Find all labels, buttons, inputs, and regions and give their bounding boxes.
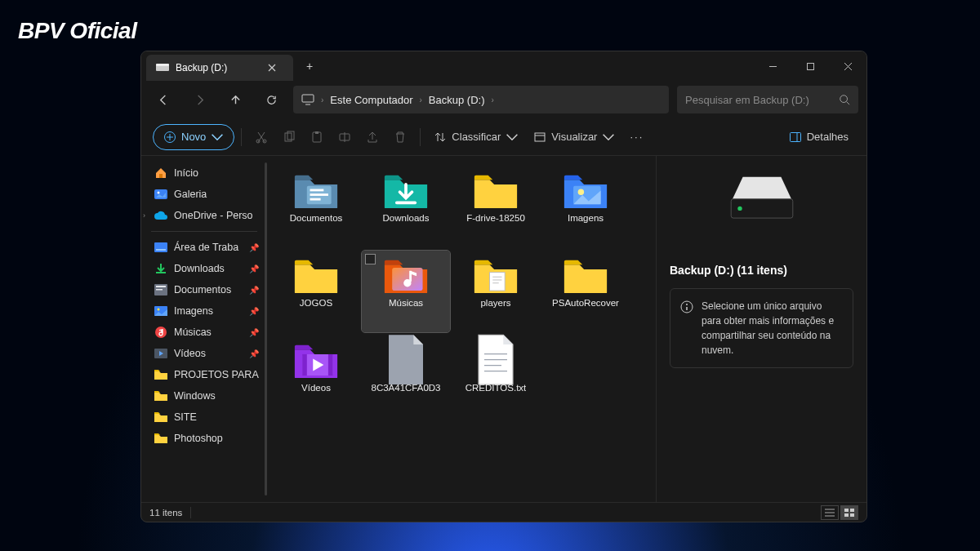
svg-rect-18 — [154, 242, 167, 252]
back-button[interactable] — [149, 86, 177, 113]
sidebar-item-label: SITE — [174, 411, 197, 423]
minimize-button[interactable] — [754, 51, 791, 81]
sidebar-item[interactable]: SITE — [141, 407, 267, 428]
svg-rect-38 — [328, 354, 333, 375]
grid-item[interactable]: F-drive-18250 — [452, 166, 540, 247]
breadcrumb[interactable]: › Este Computador › Backup (D:) › — [293, 86, 669, 113]
up-button[interactable] — [221, 86, 249, 113]
forward-button[interactable] — [185, 86, 213, 113]
sidebar-item[interactable]: Windows — [141, 385, 267, 407]
item-label: Vídeos — [301, 383, 331, 393]
icons-view-button[interactable] — [840, 505, 858, 520]
sidebar-item-icon — [154, 389, 167, 402]
item-icon — [383, 256, 429, 295]
sidebar-home[interactable]: Início — [141, 162, 267, 184]
svg-rect-46 — [850, 513, 854, 517]
sidebar-item[interactable]: Downloads📌 — [141, 258, 267, 279]
cloud-icon — [154, 209, 167, 222]
grid-item[interactable]: players — [452, 251, 540, 332]
svg-rect-15 — [159, 174, 163, 178]
grid-item[interactable]: Vídeos — [272, 335, 360, 417]
delete-button[interactable] — [387, 124, 413, 150]
breadcrumb-current[interactable]: Backup (D:) — [429, 94, 485, 106]
sidebar-item[interactable]: Imagens📌 — [141, 300, 267, 322]
item-label: Músicas — [389, 298, 423, 308]
svg-rect-0 — [156, 65, 169, 71]
sidebar-item-icon — [154, 283, 167, 296]
svg-point-4 — [840, 96, 848, 103]
sidebar-item-label: PROJETOS PARA — [174, 369, 259, 380]
new-label: Novo — [181, 131, 206, 143]
new-tab-button[interactable]: + — [298, 51, 321, 81]
view-button[interactable]: Visualizar — [527, 124, 621, 150]
svg-rect-13 — [535, 133, 545, 141]
grid-item[interactable]: 8C3A41CFA0D3 — [362, 335, 450, 417]
sidebar-item-icon — [154, 347, 167, 360]
tab-close-button[interactable] — [261, 64, 283, 72]
details-button[interactable]: Detalhes — [782, 124, 855, 150]
item-icon — [293, 340, 339, 380]
sidebar-item[interactable]: PROJETOS PARA — [141, 364, 267, 385]
info-icon — [680, 300, 693, 313]
new-button[interactable]: Novo — [153, 124, 234, 150]
grid-item[interactable]: PSAutoRecover — [541, 251, 630, 332]
sidebar-item[interactable]: Vídeos📌 — [141, 343, 267, 364]
sidebar-item[interactable]: Photoshop — [141, 428, 267, 449]
sidebar-item-icon — [154, 304, 167, 318]
sidebar-item-icon — [154, 411, 167, 424]
sidebar-item-label: Imagens — [174, 305, 213, 317]
grid-item[interactable]: Músicas — [362, 251, 450, 332]
maximize-button[interactable] — [791, 51, 829, 81]
file-grid: Documentos Downloads F-drive-18250 Image… — [267, 156, 656, 502]
details-label: Detalhes — [807, 131, 849, 143]
details-info-box: Selecione um único arquivo para obter ma… — [670, 288, 853, 368]
share-button[interactable] — [359, 124, 385, 150]
more-button[interactable]: ··· — [623, 124, 650, 150]
item-icon — [473, 256, 519, 295]
item-label: players — [480, 298, 510, 308]
copy-button[interactable] — [276, 124, 302, 150]
sort-button[interactable]: Classificar — [427, 124, 525, 150]
window-controls — [754, 51, 866, 81]
item-label: PSAutoRecover — [552, 298, 619, 308]
drive-icon — [156, 61, 169, 74]
separator — [190, 507, 191, 518]
details-title: Backup (D:) (11 itens) — [670, 264, 787, 277]
paste-button[interactable] — [304, 124, 330, 150]
sidebar-item[interactable]: Músicas📌 — [141, 322, 267, 343]
tab-backup[interactable]: Backup (D:) — [146, 55, 293, 81]
rename-button[interactable] — [332, 124, 358, 150]
sidebar-item-label: Documentos — [174, 284, 231, 295]
sidebar-item[interactable]: Documentos📌 — [141, 279, 267, 300]
breadcrumb-root[interactable]: Este Computador — [330, 94, 412, 106]
explorer-window: Backup (D:) + › Este Computador › Backup… — [140, 51, 867, 522]
grid-item[interactable]: JOGOS — [272, 251, 360, 332]
chevron-down-icon — [211, 131, 224, 144]
refresh-button[interactable] — [257, 86, 285, 113]
close-button[interactable] — [829, 51, 866, 81]
chevron-right-icon: › — [321, 96, 323, 104]
item-label: Downloads — [383, 213, 430, 223]
grid-item[interactable]: Downloads — [362, 166, 450, 247]
search-input[interactable]: Pesquisar em Backup (D:) — [677, 86, 858, 113]
svg-rect-45 — [844, 513, 849, 517]
status-count: 11 itens — [149, 508, 182, 518]
cut-button[interactable] — [248, 124, 274, 150]
sidebar-gallery[interactable]: Galeria — [141, 184, 267, 205]
grid-item[interactable]: Imagens — [541, 166, 630, 247]
search-icon — [839, 94, 850, 105]
details-view-button[interactable] — [821, 505, 839, 520]
sidebar-item[interactable]: Área de Traba📌 — [141, 237, 267, 258]
home-icon — [154, 167, 167, 180]
svg-point-6 — [256, 140, 260, 143]
grid-item[interactable]: CREDITOS.txt — [452, 335, 540, 417]
item-icon — [473, 171, 519, 210]
pin-icon: 📌 — [249, 264, 259, 273]
sidebar-item-icon — [154, 368, 167, 381]
grid-item[interactable]: Documentos — [272, 166, 360, 247]
sidebar-onedrive[interactable]: ›OneDrive - Perso — [141, 205, 267, 226]
svg-rect-37 — [302, 354, 307, 375]
sidebar-item-label: Músicas — [174, 327, 212, 338]
sidebar-item-label: Windows — [174, 390, 216, 402]
svg-point-32 — [578, 189, 584, 194]
